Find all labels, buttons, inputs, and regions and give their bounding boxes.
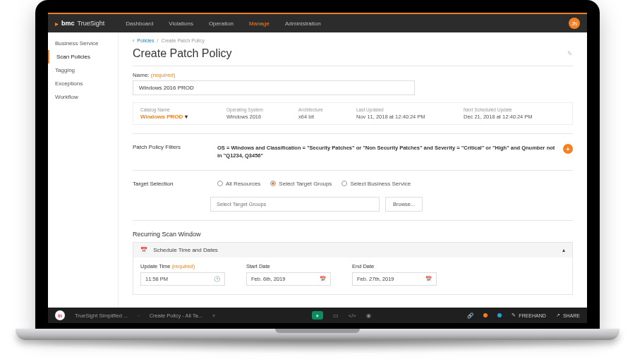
- start-date-input[interactable]: Feb. 6th, 2019 📅: [246, 272, 331, 286]
- update-time-input[interactable]: 11:58 PM 🕑: [140, 272, 225, 286]
- breadcrumb-back-icon[interactable]: ‹: [133, 38, 134, 43]
- start-date-label: Start Date: [246, 263, 331, 269]
- nav-administration[interactable]: Administration: [285, 20, 321, 27]
- radio-select-business-service[interactable]: Select Business Service: [341, 181, 411, 187]
- breadcrumb-current: Create Patch Policy: [161, 38, 204, 43]
- catalog-next-value: Dec 21, 2018 at 12:40:24 PM: [464, 114, 569, 120]
- nav-operation[interactable]: Operation: [209, 20, 234, 27]
- filters-label: Patch Policy Filters: [133, 144, 210, 150]
- end-date-input[interactable]: Feb. 27th, 2019 📅: [352, 272, 437, 286]
- prototype-toolbar: in TrueSight Simplified ... › Create Pol…: [48, 308, 587, 323]
- edit-icon[interactable]: ✎: [567, 50, 573, 57]
- toolbar-page[interactable]: Create Policy - All Ta...: [150, 313, 202, 319]
- nav-manage[interactable]: Manage: [249, 20, 270, 27]
- target-label: Target Selection: [133, 181, 210, 187]
- target-groups-input[interactable]: [210, 197, 380, 212]
- sidebar-item-exceptions[interactable]: Exceptions: [48, 77, 118, 90]
- update-time-label: Update Time (required): [140, 263, 225, 269]
- top-nav: Dashboard Violations Operation Manage Ad…: [126, 20, 320, 27]
- sidebar-item-business-service[interactable]: Business Service: [48, 37, 118, 50]
- end-date-label: End Date: [352, 263, 437, 269]
- breadcrumb: ‹ Policies / Create Patch Policy: [133, 38, 573, 43]
- play-mode-icon[interactable]: ●: [312, 311, 323, 320]
- brand-secondary: TrueSight: [78, 20, 105, 27]
- schedule-header[interactable]: 📅 Schedule Time and Dates ▴: [133, 243, 572, 257]
- code-icon[interactable]: </>: [349, 313, 356, 319]
- catalog-arch-header: Architecture: [298, 107, 355, 112]
- catalog-last-header: Last Updated: [356, 107, 462, 112]
- share-link-icon[interactable]: 🔗: [467, 313, 473, 319]
- brand: ▸ bmc TrueSight: [55, 20, 104, 28]
- catalog-name-header: Catalog Name: [140, 107, 225, 112]
- name-input[interactable]: [133, 80, 415, 95]
- schedule-box: 📅 Schedule Time and Dates ▴ Update Time …: [133, 242, 573, 295]
- sidebar-item-tagging[interactable]: Tagging: [48, 63, 118, 77]
- recurring-title: Recurring Scan Window: [133, 231, 573, 238]
- catalog-summary: Catalog Name Windows PROD ▾ Operating Sy…: [133, 102, 573, 125]
- calendar-icon: 📅: [425, 276, 432, 282]
- share-button[interactable]: ↗SHARE: [556, 313, 580, 318]
- collapse-icon: ▴: [562, 247, 565, 253]
- calendar-icon: 📅: [320, 276, 326, 282]
- inspect-icon[interactable]: ▭: [333, 313, 339, 319]
- calendar-icon: 📅: [140, 247, 147, 253]
- page-title: Create Patch Policy: [133, 47, 232, 60]
- browse-button[interactable]: Browse...: [385, 197, 423, 212]
- chevron-down-icon: ▾: [185, 114, 188, 120]
- toolbar-project[interactable]: TrueSight Simplified ...: [75, 313, 128, 319]
- add-filter-button[interactable]: +: [563, 144, 573, 154]
- nav-violations[interactable]: Violations: [169, 20, 193, 27]
- radio-all-resources[interactable]: All Resources: [217, 181, 260, 187]
- main-content: ‹ Policies / Create Patch Policy Create …: [119, 32, 587, 308]
- clock-icon: 🕑: [214, 276, 220, 282]
- brand-primary: bmc: [61, 20, 75, 27]
- catalog-next-header: Next Scheduled Update: [464, 107, 569, 112]
- brand-icon: ▸: [55, 20, 59, 28]
- catalog-arch-value: x64 bit: [298, 114, 355, 120]
- sidebar: Business Service Scan Policies Tagging E…: [48, 32, 119, 308]
- comment-dot-icon[interactable]: [497, 313, 502, 317]
- catalog-os-value: Windows 2016: [226, 114, 297, 120]
- annotation-dot-icon[interactable]: [483, 313, 488, 317]
- app-header: ▸ bmc TrueSight Dashboard Violations Ope…: [48, 13, 587, 32]
- nav-dashboard[interactable]: Dashboard: [126, 20, 153, 27]
- name-label: Name: (required): [133, 72, 573, 78]
- filters-text: OS = Windows and Classification = "Secur…: [217, 144, 556, 160]
- catalog-os-header: Operating System: [226, 107, 297, 112]
- comment-mode-icon[interactable]: ◉: [366, 313, 371, 319]
- avatar[interactable]: JN: [569, 18, 580, 29]
- breadcrumb-link[interactable]: Policies: [137, 38, 154, 43]
- catalog-name-dropdown[interactable]: Windows PROD ▾: [140, 114, 225, 120]
- invision-icon[interactable]: in: [55, 310, 65, 320]
- sidebar-item-workflow[interactable]: Workflow: [48, 90, 118, 104]
- catalog-last-value: Nov 11, 2018 at 12:40:24 PM: [356, 114, 462, 120]
- radio-select-target-groups[interactable]: Select Target Groups: [270, 181, 332, 187]
- sidebar-item-scan-policies[interactable]: Scan Policies: [48, 50, 118, 63]
- freehand-button[interactable]: ✎FREEHAND: [512, 313, 546, 318]
